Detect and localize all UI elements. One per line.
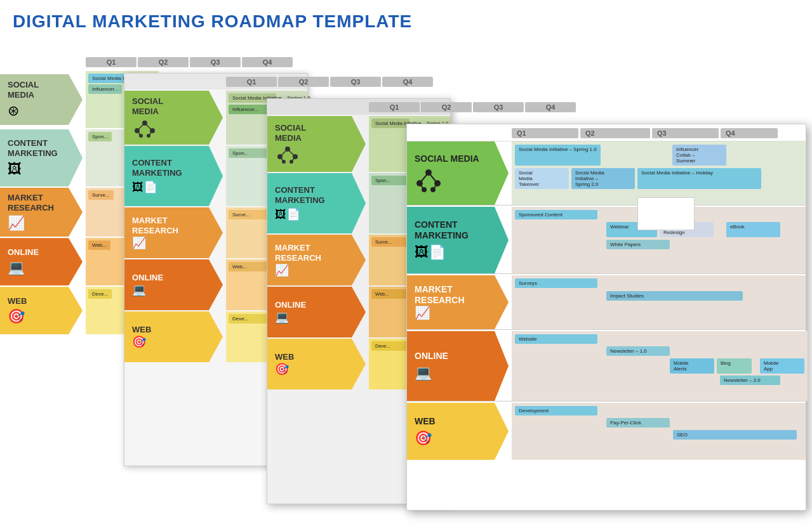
q4-label-l1: Q4 [242, 57, 293, 67]
social-label-l3: SOCIALMEDIA [267, 116, 366, 172]
social-icon-l3 [275, 143, 300, 165]
q2-label-l3: Q2 [421, 102, 472, 112]
task-white-papers: White Papers [606, 240, 670, 249]
task-social-initiative-spring: Social Media Initiative – Spring 1.0 [515, 145, 601, 166]
social-label-l1: SOCIALMEDIA ⊛ [0, 74, 83, 125]
layer-4-main: Q1 Q2 Q3 Q4 SOCIAL MEDIA [406, 124, 806, 511]
task-social-initiative-holiday: Social Media Initiative – Holiday [637, 168, 761, 189]
task-mobile-app: MobileApp [760, 358, 804, 374]
task-chip: Influencer... [88, 84, 122, 94]
section-social: SOCIAL MEDIA Social Media Initiative – S… [407, 141, 806, 206]
task-seo: SEO [673, 430, 797, 440]
content-label-l1: CONTENTMARKETING 🖼 [0, 129, 83, 186]
q1-label-l2: Q1 [226, 77, 277, 87]
social-arrow: SOCIAL MEDIA [407, 141, 509, 205]
section-web: WEB 🎯 Development Pay-Per-Click SEO [407, 403, 806, 460]
task-chip: Web... [88, 240, 110, 250]
svg-line-24 [429, 173, 437, 183]
task-newsletter-1: Newsletter – 1.0 [606, 346, 670, 356]
section-content: CONTENTMARKETING 🖼📄 Sponsored Content We… [407, 207, 806, 274]
q4-main: Q4 [721, 128, 778, 138]
web-arrow: WEB 🎯 [407, 403, 509, 460]
q3-label-l2: Q3 [330, 77, 381, 87]
task-blog: Blog [717, 358, 752, 374]
market-label-l1: MARKETRESEARCH 📈 [0, 188, 83, 237]
social-icon-l2 [132, 117, 157, 139]
q2-main: Q2 [580, 128, 650, 138]
market-arrow: MARKETRESEARCH 📈 [407, 275, 509, 329]
task-sponsored-content: Sponsored Content [515, 210, 597, 219]
q1-main: Q1 [512, 128, 578, 138]
task-surveys: Surveys [515, 278, 597, 288]
q2-label-l2: Q2 [278, 77, 329, 87]
q1-label-l3: Q1 [369, 102, 420, 112]
task-ebook: eBook [726, 222, 780, 237]
task-newsletter-2: Newsletter – 2.0 [720, 376, 780, 385]
content-label-l2: CONTENTMARKETING 🖼📄 [124, 146, 223, 206]
social-icon [415, 167, 443, 193]
task-chip: Surve... [88, 190, 114, 200]
svg-line-23 [420, 173, 429, 183]
q4-label-l3: Q4 [525, 102, 576, 112]
online-label-l3: ONLINE 💻 [267, 287, 366, 337]
task-mobile-alerts: MobileAlerts [670, 358, 714, 374]
task-pay-per-click: Pay-Per-Click [606, 418, 670, 428]
social-label-l2: SOCIALMEDIA [124, 91, 223, 145]
q1-label-l1: Q1 [86, 57, 136, 67]
task-website: Website [515, 334, 597, 344]
task-chip: Deve... [88, 289, 112, 299]
web-label-l2: WEB 🎯 [124, 311, 223, 362]
web-label-l3: WEB 🎯 [267, 339, 366, 389]
market-label-l2: MARKETRESEARCH 📈 [124, 207, 223, 258]
svg-line-15 [288, 149, 295, 157]
online-label-l2: ONLINE 💻 [124, 259, 223, 310]
section-online: ONLINE 💻 Website Newsletter – 1.0 Mobile… [407, 331, 806, 402]
svg-line-6 [145, 123, 152, 131]
web-label-l1: WEB 🎯 [0, 287, 83, 334]
page-title: DIGITAL MARKETING ROADMAP TEMPLATE [0, 0, 812, 38]
q3-label-l3: Q3 [473, 102, 524, 112]
section-market: MARKETRESEARCH 📈 Surveys Impact Studies [407, 275, 806, 330]
content-arrow: CONTENTMARKETING 🖼📄 [407, 207, 509, 273]
q2-label-l1: Q2 [138, 57, 189, 67]
task-impact-studies: Impact Studies [606, 291, 743, 301]
task-influencer-collab: InfluencerCollab –Summer [672, 145, 726, 166]
svg-line-5 [137, 123, 145, 131]
q4-label-l2: Q4 [382, 77, 433, 87]
content-label-l3: CONTENTMARKETING 🖼📄 [267, 173, 366, 233]
task-social-initiative-spring2: Social MediaInitiative –Spring 2.0 [571, 168, 635, 189]
q3-main: Q3 [652, 128, 719, 138]
online-label-l1: ONLINE 💻 [0, 238, 83, 285]
market-label-l3: MARKETRESEARCH 📈 [267, 235, 366, 285]
svg-line-14 [280, 149, 288, 157]
white-box-content [637, 197, 695, 230]
task-chip: Spon... [88, 132, 112, 141]
q3-label-l1: Q3 [190, 57, 241, 67]
task-social-takeover: SocialMediaTakeover [515, 168, 569, 189]
online-arrow: ONLINE 💻 [407, 331, 509, 401]
task-chip-l3: Social Media Initiative – Spring 1.0 [371, 119, 409, 128]
task-development: Development [515, 406, 597, 415]
